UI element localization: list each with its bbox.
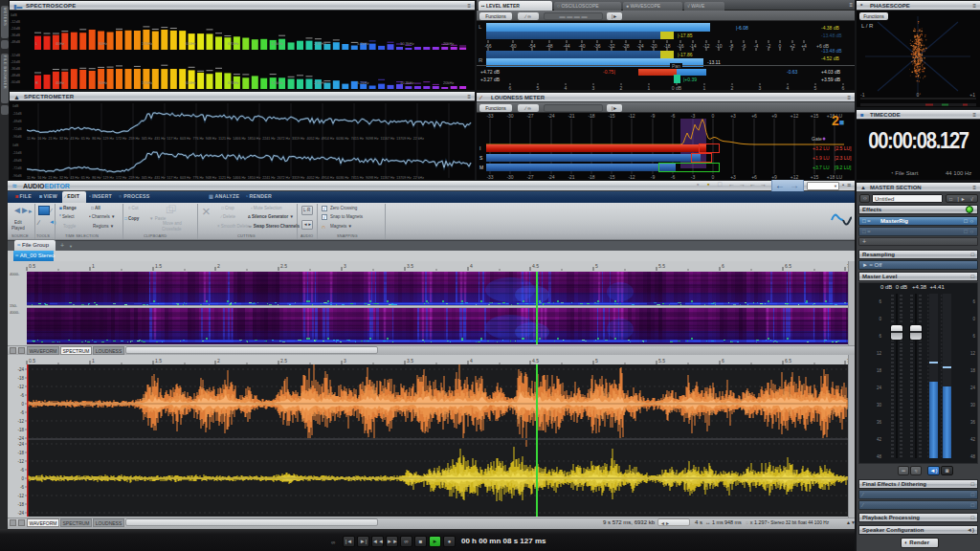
svg-text:3: 3	[344, 263, 346, 269]
svg-text:-30: -30	[506, 113, 513, 119]
svg-text:4: 4	[787, 85, 790, 90]
svg-text:-6: -6	[20, 393, 24, 398]
svg-text:+6: +6	[751, 113, 757, 119]
svg-text:-9: -9	[651, 113, 656, 119]
svg-text:4: 4	[470, 358, 473, 364]
svg-text:2.5: 2.5	[280, 358, 287, 364]
svg-text:1.5: 1.5	[155, 358, 162, 364]
svg-text:-12: -12	[702, 43, 709, 49]
svg-text:2: 2	[217, 358, 220, 364]
svg-text:0: 0	[21, 476, 24, 481]
svg-text:-12: -12	[17, 459, 24, 464]
svg-text:-12: -12	[17, 385, 24, 389]
svg-text:2: 2	[217, 263, 220, 269]
svg-text:-12: -12	[17, 419, 24, 424]
svg-text:4: 4	[470, 263, 473, 269]
svg-text:-8: -8	[729, 43, 734, 49]
svg-text:-24: -24	[17, 442, 24, 447]
svg-text:+12: +12	[791, 113, 799, 119]
svg-text:3: 3	[759, 85, 762, 90]
svg-text:6: 6	[972, 299, 975, 304]
svg-text:2: 2	[731, 85, 734, 90]
svg-text:30: 30	[970, 403, 976, 408]
svg-text:5: 5	[595, 358, 598, 364]
svg-text:-24: -24	[17, 511, 24, 516]
svg-text:6: 6	[879, 299, 881, 304]
svg-text:-18: -18	[588, 113, 594, 119]
svg-text:-21: -21	[568, 113, 574, 119]
svg-text:48: 48	[877, 454, 882, 459]
svg-text:-24: -24	[547, 113, 554, 119]
svg-text:2: 2	[620, 85, 623, 90]
svg-text:+15: +15	[811, 113, 819, 119]
svg-text:0: 0	[917, 92, 920, 98]
svg-text:0: 0	[972, 317, 975, 321]
svg-text:-24: -24	[17, 436, 24, 441]
svg-text:12: 12	[970, 351, 976, 356]
svg-text:-60: -60	[509, 43, 516, 49]
svg-text:1: 1	[92, 358, 95, 364]
svg-text:24: 24	[877, 386, 882, 390]
svg-text:5: 5	[537, 85, 540, 90]
svg-text:-6: -6	[671, 113, 676, 119]
svg-text:6: 6	[879, 334, 881, 339]
svg-text:-16: -16	[677, 43, 683, 49]
svg-text:-36: -36	[593, 43, 600, 49]
svg-text:-4: -4	[754, 43, 759, 49]
svg-text:6: 6	[972, 334, 975, 339]
svg-text:+2: +2	[790, 43, 795, 49]
svg-text:6: 6	[842, 85, 845, 90]
svg-text:1: 1	[703, 85, 706, 90]
svg-text:-14: -14	[689, 43, 696, 49]
svg-text:-20: -20	[650, 43, 657, 49]
svg-text:36: 36	[970, 420, 976, 425]
svg-text:3: 3	[592, 85, 595, 90]
svg-text:-18: -18	[17, 428, 24, 432]
svg-text:0.5: 0.5	[29, 358, 35, 364]
svg-text:-18: -18	[663, 43, 670, 49]
svg-text:7: 7	[847, 263, 848, 269]
svg-text:0: 0	[712, 113, 715, 119]
svg-text:-48: -48	[546, 43, 552, 49]
svg-text:3: 3	[344, 358, 346, 364]
svg-text:-44: -44	[563, 43, 569, 49]
svg-text:-2: -2	[767, 43, 771, 49]
svg-text:42: 42	[970, 437, 976, 442]
svg-text:4: 4	[565, 85, 568, 90]
svg-text:6: 6	[509, 85, 512, 90]
svg-text:18: 18	[970, 368, 976, 373]
svg-text:5.5: 5.5	[658, 263, 665, 269]
svg-text:-6: -6	[20, 485, 24, 490]
svg-text:3.5: 3.5	[407, 358, 413, 364]
svg-text:5: 5	[814, 85, 817, 90]
svg-text:-12: -12	[628, 113, 635, 119]
svg-text:-3: -3	[691, 113, 696, 119]
svg-text:1: 1	[92, 263, 95, 269]
svg-text:24: 24	[970, 386, 976, 390]
svg-text:-6: -6	[20, 410, 24, 415]
svg-text:-6: -6	[20, 468, 24, 473]
svg-text:-18: -18	[17, 502, 24, 507]
svg-text:-12: -12	[17, 494, 24, 498]
svg-text:-6: -6	[742, 43, 746, 49]
svg-text:-66: -66	[484, 43, 491, 49]
svg-text:-18: -18	[17, 451, 24, 455]
svg-text:5.5: 5.5	[658, 358, 665, 364]
svg-text:1: 1	[648, 85, 651, 90]
svg-text:-28: -28	[622, 43, 629, 49]
svg-text:36: 36	[877, 420, 882, 425]
svg-text:42: 42	[877, 437, 882, 442]
svg-text:-27: -27	[526, 113, 533, 119]
svg-text:48: 48	[970, 454, 976, 459]
svg-text:6: 6	[722, 358, 724, 364]
svg-text:0: 0	[21, 402, 24, 407]
svg-text:6: 6	[722, 263, 724, 269]
svg-text:+9: +9	[771, 113, 777, 119]
svg-text:+3: +3	[730, 113, 736, 119]
svg-text:1.5: 1.5	[155, 263, 162, 269]
svg-text:3.5: 3.5	[407, 263, 413, 269]
svg-text:2.5: 2.5	[280, 263, 287, 269]
svg-text:6.5: 6.5	[785, 263, 791, 269]
svg-text:0: 0	[879, 317, 881, 321]
svg-text:-32: -32	[608, 43, 614, 49]
